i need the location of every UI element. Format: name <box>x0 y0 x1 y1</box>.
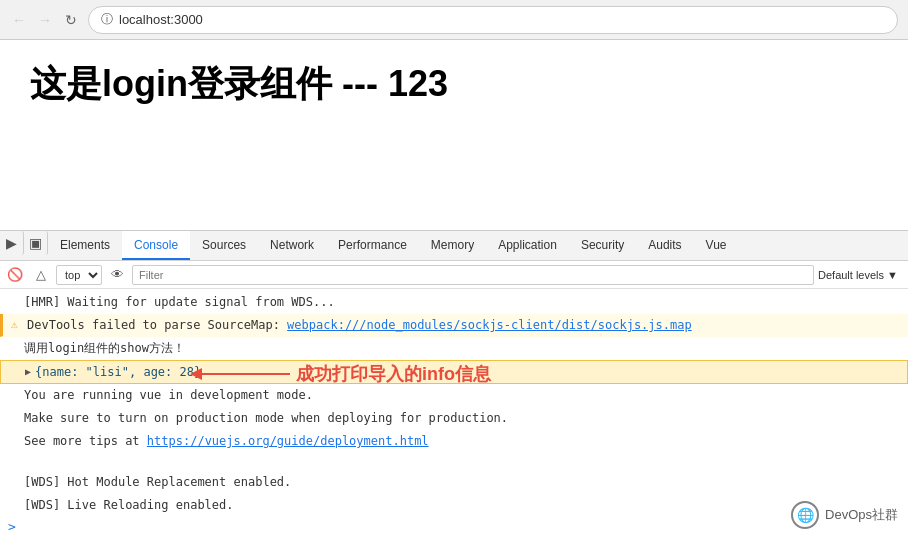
console-toolbar: 🚫 △ top 👁 Default levels ▼ <box>0 261 908 289</box>
tab-vue[interactable]: Vue <box>694 231 739 260</box>
console-output: [HMR] Waiting for update signal from WDS… <box>0 289 908 539</box>
forward-button[interactable]: → <box>36 11 54 29</box>
tab-security[interactable]: Security <box>569 231 636 260</box>
console-text-vue-dev: You are running vue in development mode. <box>24 386 900 404</box>
console-input[interactable] <box>22 520 900 534</box>
tab-memory[interactable]: Memory <box>419 231 486 260</box>
prompt-symbol: > <box>8 519 16 534</box>
console-line-blank <box>0 453 908 471</box>
page-content: 这是login登录组件 --- 123 <box>0 40 908 230</box>
watermark-text: DevOps社群 <box>825 506 898 524</box>
expand-arrow-icon[interactable]: ▶ <box>25 363 31 381</box>
browser-bar: ← → ↻ ⓘ localhost:3000 <box>0 0 908 40</box>
clear-console-button[interactable]: 🚫 <box>4 264 26 286</box>
console-line-make-sure: Make sure to turn on production mode whe… <box>0 407 908 430</box>
console-text-show: 调用login组件的show方法！ <box>24 339 900 357</box>
warning-icon: ⚠ <box>11 316 27 334</box>
console-line-see-more: See more tips at https://vuejs.org/guide… <box>0 430 908 453</box>
tab-performance[interactable]: Performance <box>326 231 419 260</box>
device-toggle-icon[interactable]: ▣ <box>24 231 48 255</box>
console-line-hmr: [HMR] Waiting for update signal from WDS… <box>0 291 908 314</box>
tab-network[interactable]: Network <box>258 231 326 260</box>
console-line-wds-live: [WDS] Live Reloading enabled. <box>0 494 908 517</box>
deployment-link[interactable]: https://vuejs.org/guide/deployment.html <box>147 434 429 448</box>
console-prompt[interactable]: > <box>0 517 908 536</box>
console-line-vue-dev: You are running vue in development mode. <box>0 384 908 407</box>
console-text-object: {name: "lisi", age: 28} <box>35 363 899 381</box>
inspect-element-icon[interactable]: ▶ <box>0 231 24 255</box>
console-line-warning: ⚠ DevTools failed to parse SourceMap: we… <box>0 314 908 337</box>
console-line-wds-hmr: [WDS] Hot Module Replacement enabled. <box>0 471 908 494</box>
console-line-show: 调用login组件的show方法！ <box>0 337 908 360</box>
watermark-icon: 🌐 <box>791 501 819 529</box>
console-text-wds-hmr: [WDS] Hot Module Replacement enabled. <box>24 473 900 491</box>
eye-icon[interactable]: 👁 <box>106 264 128 286</box>
back-button[interactable]: ← <box>10 11 28 29</box>
url-text: localhost:3000 <box>119 12 203 27</box>
sourcemap-link[interactable]: webpack:///node_modules/sockjs-client/di… <box>287 318 692 332</box>
console-text-warning: DevTools failed to parse SourceMap: webp… <box>27 316 900 334</box>
tab-elements[interactable]: Elements <box>48 231 122 260</box>
default-levels-dropdown[interactable]: Default levels ▼ <box>818 269 904 281</box>
console-line-object[interactable]: ▶ {name: "lisi", age: 28} <box>0 360 908 384</box>
console-text-hmr: [HMR] Waiting for update signal from WDS… <box>24 293 900 311</box>
console-text-see-more: See more tips at https://vuejs.org/guide… <box>24 432 900 450</box>
console-text-make-sure: Make sure to turn on production mode whe… <box>24 409 900 427</box>
tab-sources[interactable]: Sources <box>190 231 258 260</box>
devtools-tabs: ▶ ▣ Elements Console Sources Network Per… <box>0 231 908 261</box>
lock-icon: ⓘ <box>101 11 113 28</box>
context-selector[interactable]: top <box>56 265 102 285</box>
devtools-panel: ▶ ▣ Elements Console Sources Network Per… <box>0 230 908 539</box>
refresh-button[interactable]: ↻ <box>62 11 80 29</box>
tab-application[interactable]: Application <box>486 231 569 260</box>
console-filter-toggle[interactable]: △ <box>30 264 52 286</box>
tab-console[interactable]: Console <box>122 231 190 260</box>
tab-audits[interactable]: Audits <box>636 231 693 260</box>
console-filter-input[interactable] <box>132 265 814 285</box>
page-heading: 这是login登录组件 --- 123 <box>30 60 448 109</box>
address-bar[interactable]: ⓘ localhost:3000 <box>88 6 898 34</box>
annotation-container: ▶ {name: "lisi", age: 28} 成功打印导入的info信息 <box>0 360 908 384</box>
console-text-wds-live: [WDS] Live Reloading enabled. <box>24 496 900 514</box>
watermark: 🌐 DevOps社群 <box>791 501 898 529</box>
